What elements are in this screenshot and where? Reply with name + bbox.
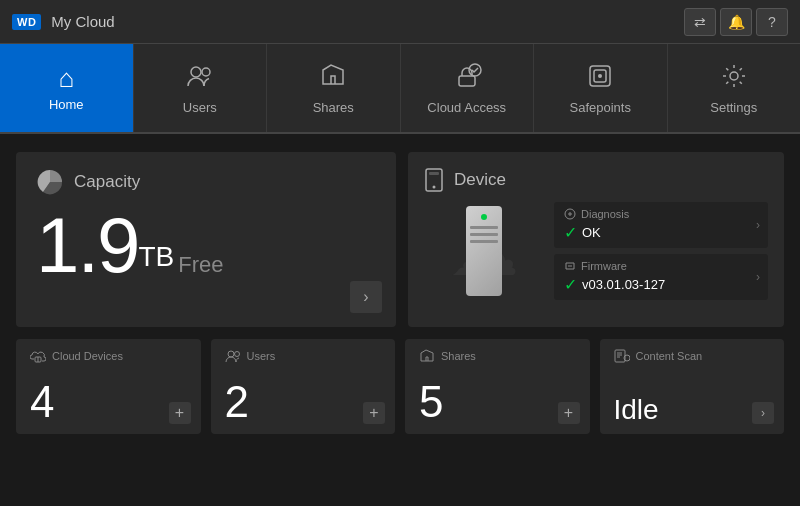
device-slot-2 (470, 233, 498, 236)
svg-point-7 (730, 72, 738, 80)
settings-icon (720, 62, 748, 94)
device-top: ☁ (424, 202, 768, 300)
cloud-devices-title: Cloud Devices (30, 349, 187, 363)
users-stat-icon (225, 349, 241, 363)
cloud-devices-value: 4 (30, 380, 187, 424)
content-scan-icon (614, 349, 630, 363)
diagnosis-check-icon: ✓ (564, 223, 577, 242)
capacity-arrow-button[interactable]: › (350, 281, 382, 313)
cloud-devices-label: Cloud Devices (52, 350, 123, 362)
shares-card-title: Shares (419, 349, 576, 363)
content-scan-card: Content Scan Idle › (600, 339, 785, 434)
svg-rect-2 (459, 76, 475, 86)
capacity-card: Capacity 1.9TBFree › (16, 152, 396, 327)
shares-value: 5 (419, 380, 576, 424)
nav-label-safepoints: Safepoints (570, 100, 631, 115)
svg-rect-10 (429, 172, 439, 175)
shares-icon (319, 62, 347, 94)
capacity-number: 1.9 (36, 201, 138, 289)
capacity-free-label: Free (178, 252, 223, 277)
nav: ⌂ Home Users Shares (0, 44, 800, 134)
capacity-title: Capacity (36, 168, 376, 196)
capacity-unit: TB (138, 241, 174, 272)
app-title: My Cloud (51, 13, 684, 30)
wd-logo: WD (12, 14, 41, 30)
device-card: Device ☁ (408, 152, 784, 327)
header-icons: ⇄ 🔔 ? (684, 8, 788, 36)
nav-item-home[interactable]: ⌂ Home (0, 44, 134, 132)
device-icon (424, 168, 444, 192)
nav-item-settings[interactable]: Settings (668, 44, 801, 132)
device-title: Device (424, 168, 768, 192)
nav-label-cloud-access: Cloud Access (427, 100, 506, 115)
firmware-card[interactable]: Firmware ✓ v03.01.03-127 › (554, 254, 768, 300)
firmware-arrow-icon: › (756, 270, 760, 284)
content-scan-title: Content Scan (614, 349, 771, 363)
nav-item-shares[interactable]: Shares (267, 44, 401, 132)
diagnosis-title: Diagnosis (564, 208, 758, 220)
shares-card: Shares 5 + (405, 339, 590, 434)
device-slot (470, 226, 498, 229)
diagnosis-label: Diagnosis (581, 208, 629, 220)
svg-point-11 (433, 186, 436, 189)
main-content: Capacity 1.9TBFree › Device ☁ (0, 134, 800, 506)
capacity-label: Capacity (74, 172, 140, 192)
nav-label-shares: Shares (313, 100, 354, 115)
content-scan-arrow-button[interactable]: › (752, 402, 774, 424)
bottom-row: Cloud Devices 4 + Users 2 + (16, 339, 784, 434)
cloud-devices-icon (30, 349, 46, 363)
diagnosis-value: ✓ OK (564, 223, 758, 242)
nav-item-users[interactable]: Users (134, 44, 268, 132)
users-card-title: Users (225, 349, 382, 363)
svg-point-1 (202, 68, 210, 76)
firmware-label: Firmware (581, 260, 627, 272)
nav-label-settings: Settings (710, 100, 757, 115)
cloud-devices-card: Cloud Devices 4 + (16, 339, 201, 434)
firmware-icon (564, 260, 576, 272)
header: WD My Cloud ⇄ 🔔 ? (0, 0, 800, 44)
nav-label-home: Home (49, 97, 84, 112)
safepoints-icon (586, 62, 614, 94)
nav-item-cloud-access[interactable]: Cloud Access (401, 44, 535, 132)
device-slot-3 (470, 240, 498, 243)
diagnosis-arrow-icon: › (756, 218, 760, 232)
help-button[interactable]: ? (756, 8, 788, 36)
firmware-version: v03.01.03-127 (582, 277, 665, 292)
content-scan-label: Content Scan (636, 350, 703, 362)
firmware-title: Firmware (564, 260, 758, 272)
diagnosis-icon (564, 208, 576, 220)
svg-point-0 (191, 67, 201, 77)
diagnosis-card[interactable]: Diagnosis ✓ OK › (554, 202, 768, 248)
users-add-button[interactable]: + (363, 402, 385, 424)
cloud-devices-add-button[interactable]: + (169, 402, 191, 424)
svg-point-17 (228, 351, 234, 357)
firmware-value: ✓ v03.01.03-127 (564, 275, 758, 294)
nav-label-users: Users (183, 100, 217, 115)
shares-card-label: Shares (441, 350, 476, 362)
users-value: 2 (225, 380, 382, 424)
home-icon: ⌂ (58, 65, 74, 91)
cloud-access-icon (451, 62, 483, 94)
capacity-value-row: 1.9TBFree (36, 206, 376, 284)
svg-rect-19 (615, 350, 625, 362)
nav-item-safepoints[interactable]: Safepoints (534, 44, 668, 132)
svg-point-6 (598, 74, 602, 78)
device-led (481, 214, 487, 220)
device-physical (466, 206, 502, 296)
shares-add-button[interactable]: + (558, 402, 580, 424)
users-card: Users 2 + (211, 339, 396, 434)
device-info: Diagnosis ✓ OK › (554, 202, 768, 300)
device-label: Device (454, 170, 506, 190)
svg-point-18 (234, 352, 239, 357)
diagnosis-status: OK (582, 225, 601, 240)
top-row: Capacity 1.9TBFree › Device ☁ (16, 152, 784, 327)
capacity-pie-icon (36, 168, 64, 196)
users-icon (186, 62, 214, 94)
users-card-label: Users (247, 350, 276, 362)
device-image-area: ☁ (424, 202, 544, 300)
shares-stat-icon (419, 349, 435, 363)
notification-bell-button[interactable]: 🔔 (720, 8, 752, 36)
usb-icon-button[interactable]: ⇄ (684, 8, 716, 36)
content-scan-value: Idle (614, 396, 771, 424)
firmware-check-icon: ✓ (564, 275, 577, 294)
